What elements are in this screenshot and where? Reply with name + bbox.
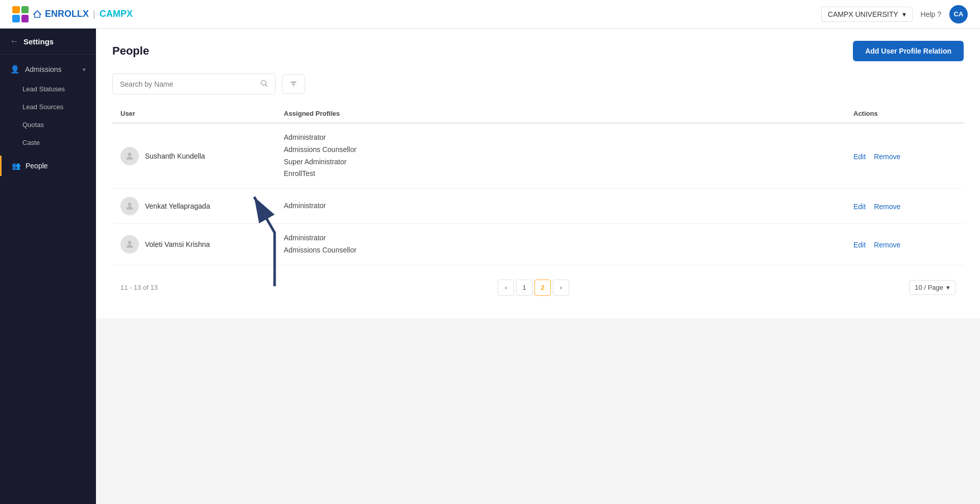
- actions-cell-1: Edit Remove: [853, 152, 955, 161]
- table-row: Sushanth Kundella Administrator Admissio…: [112, 123, 964, 189]
- avatar-1: [120, 147, 139, 165]
- next-page-button[interactable]: ›: [553, 280, 569, 296]
- pagination-controls: ‹ 1 2 ›: [498, 280, 569, 296]
- edit-button-1[interactable]: Edit: [853, 153, 866, 161]
- pagination-row: 11 - 13 of 13 ‹ 1 2 › 10 /: [112, 269, 964, 306]
- sidebar-back-button[interactable]: ← Settings: [0, 29, 96, 55]
- table-row: Voleti Vamsi Krishna Administrator Admis…: [112, 224, 964, 265]
- per-page-chevron-icon: ▾: [946, 284, 950, 291]
- pagination-info: 11 - 13 of 13: [120, 284, 158, 291]
- user-name-1: Sushanth Kundella: [145, 152, 205, 160]
- search-box: [112, 73, 276, 94]
- col-header-actions: Actions: [853, 110, 955, 117]
- main-wrapper: People Add User Profile Relation: [96, 29, 980, 504]
- svg-point-7: [128, 241, 132, 244]
- search-input[interactable]: [120, 80, 256, 88]
- profiles-cell-3: Administrator Admissions Counsellor: [284, 232, 853, 257]
- admissions-icon: 👤: [10, 65, 20, 74]
- prev-page-button[interactable]: ‹: [498, 280, 514, 296]
- logo-text: ENROLLX | CAMPX: [33, 9, 133, 19]
- page-2-button[interactable]: 2: [534, 280, 551, 296]
- avatar-3: [120, 235, 139, 254]
- main-content: People Add User Profile Relation: [96, 29, 980, 318]
- avatar-2: [120, 197, 139, 215]
- user-cell-2: Venkat Yellapragada: [120, 197, 284, 215]
- top-nav: ENROLLX | CAMPX CAMPX UNIVERSITY ▾ Help …: [0, 0, 980, 29]
- search-row: [112, 73, 964, 94]
- user-avatar[interactable]: CA: [949, 5, 968, 23]
- university-name: CAMPX UNIVERSITY: [828, 10, 898, 18]
- table-header: User Assigned Profiles Actions: [112, 105, 964, 123]
- page-header: People Add User Profile Relation: [112, 41, 964, 61]
- grid-dot-1: [12, 6, 20, 14]
- col-header-profiles: Assigned Profiles: [284, 110, 853, 117]
- logo-grid-icon: [12, 6, 29, 22]
- grid-dot-2: [21, 6, 29, 14]
- help-link[interactable]: Help ?: [921, 10, 941, 18]
- sidebar: ← Settings 👤 Admissions ▾ Lead Statuses …: [0, 29, 96, 504]
- admissions-label: Admissions: [25, 65, 62, 73]
- per-page-label: 10 / Page: [915, 284, 943, 291]
- user-cell-3: Voleti Vamsi Krishna: [120, 235, 284, 254]
- grid-dot-4: [21, 15, 29, 22]
- sidebar-item-admissions[interactable]: 👤 Admissions ▾: [0, 59, 96, 80]
- prev-arrow-icon: ‹: [505, 284, 507, 291]
- user-name-2: Venkat Yellapragada: [145, 202, 210, 210]
- people-label: People: [26, 162, 48, 170]
- remove-button-3[interactable]: Remove: [874, 241, 900, 249]
- col-header-user: User: [120, 110, 284, 117]
- page-title: People: [112, 44, 149, 58]
- next-arrow-icon: ›: [560, 284, 562, 291]
- profiles-cell-1: Administrator Admissions Counsellor Supe…: [284, 132, 853, 180]
- svg-point-5: [128, 153, 132, 156]
- admissions-label-row: 👤 Admissions: [10, 65, 62, 74]
- people-icon: 👥: [12, 162, 20, 170]
- edit-button-2[interactable]: Edit: [853, 203, 866, 211]
- user-cell-1: Sushanth Kundella: [120, 147, 284, 165]
- sidebar-item-people[interactable]: 👥 People: [0, 156, 96, 176]
- logo-area: ENROLLX | CAMPX: [12, 6, 133, 22]
- back-arrow-icon: ←: [10, 37, 18, 46]
- sidebar-item-lead-statuses[interactable]: Lead Statuses: [0, 80, 96, 98]
- filter-button[interactable]: [282, 74, 305, 94]
- actions-cell-3: Edit Remove: [853, 240, 955, 249]
- logo-separator: |: [93, 9, 95, 19]
- grid-dot-3: [12, 15, 20, 22]
- svg-line-1: [265, 85, 267, 87]
- sidebar-item-quotas[interactable]: Quotas: [0, 116, 96, 134]
- sidebar-admissions-section: 👤 Admissions ▾ Lead Statuses Lead Source…: [0, 55, 96, 156]
- svg-point-6: [128, 203, 132, 207]
- university-selector[interactable]: CAMPX UNIVERSITY ▾: [821, 7, 913, 22]
- logo-enrollx: ENROLLX: [33, 9, 89, 19]
- per-page-selector[interactable]: 10 / Page ▾: [909, 280, 955, 295]
- actions-cell-2: Edit Remove: [853, 201, 955, 211]
- profiles-cell-2: Administrator: [284, 200, 853, 212]
- logo-campx: CAMPX: [100, 9, 133, 19]
- sidebar-back-label: Settings: [23, 37, 54, 46]
- remove-button-1[interactable]: Remove: [874, 153, 900, 161]
- university-chevron-icon: ▾: [902, 10, 906, 18]
- page-1-button[interactable]: 1: [516, 280, 532, 296]
- search-icon: [260, 79, 268, 89]
- table-row: Venkat Yellapragada Administrator Edit R…: [112, 189, 964, 224]
- admissions-chevron-icon: ▾: [83, 66, 86, 73]
- add-user-profile-relation-button[interactable]: Add User Profile Relation: [853, 41, 964, 61]
- top-nav-right: CAMPX UNIVERSITY ▾ Help ? CA: [821, 5, 968, 23]
- svg-point-0: [261, 81, 266, 85]
- table-container: User Assigned Profiles Actions Sushanth: [112, 105, 964, 265]
- app-body: ← Settings 👤 Admissions ▾ Lead Statuses …: [0, 29, 980, 504]
- edit-button-3[interactable]: Edit: [853, 241, 866, 249]
- user-name-3: Voleti Vamsi Krishna: [145, 240, 210, 248]
- sidebar-item-lead-sources[interactable]: Lead Sources: [0, 98, 96, 116]
- sidebar-item-caste[interactable]: Caste: [0, 134, 96, 152]
- remove-button-2[interactable]: Remove: [874, 203, 900, 211]
